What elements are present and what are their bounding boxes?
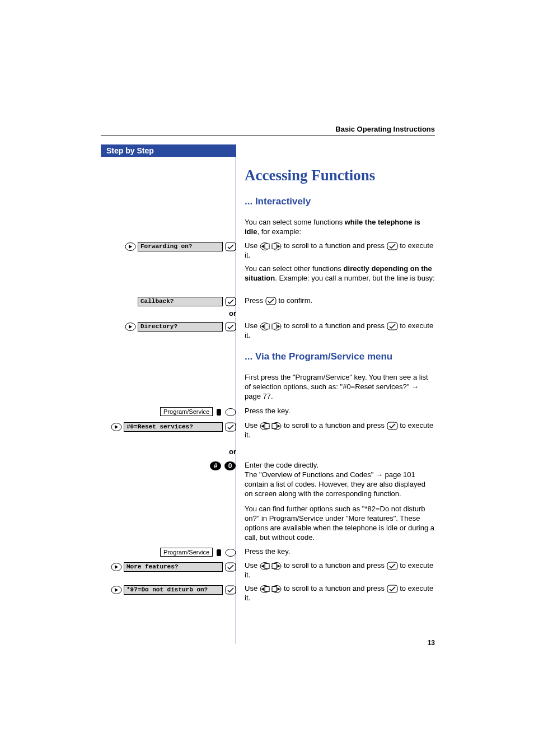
svg-rect-52 [226, 586, 236, 594]
svg-rect-10 [226, 297, 236, 306]
svg-rect-26 [226, 423, 236, 431]
svg-marker-17 [261, 325, 264, 328]
text: Use [245, 584, 260, 592]
instr-scroll-1: Use to scroll to a function and press to… [245, 241, 435, 260]
page-number: 13 [428, 639, 435, 647]
svg-marker-51 [115, 588, 118, 592]
display-more-features: More features? [124, 562, 223, 572]
left-arrow-key-icon [260, 323, 270, 330]
ok-key-icon [225, 585, 236, 595]
instr-press-confirm: Press to confirm. [245, 296, 435, 305]
text: The "Overview of Functions and Codes" [245, 470, 376, 479]
svg-rect-7 [272, 244, 277, 249]
top-rule [101, 136, 435, 136]
svg-marker-20 [278, 325, 280, 328]
svg-rect-38 [217, 549, 221, 556]
svg-rect-49 [387, 562, 397, 570]
display-dnd: *97=Do not disturb on? [124, 585, 223, 595]
scroll-indicator-icon [111, 563, 122, 571]
intro-situation: You can select other functions directly … [245, 264, 435, 283]
display-row-dnd: *97=Do not disturb on? [101, 585, 236, 595]
ok-key-icon [387, 242, 398, 250]
arrow-right-icon: → [411, 382, 419, 391]
arrow-right-icon: → [376, 470, 383, 479]
right-arrow-key-icon [271, 585, 282, 593]
text: First press the "Program/Service" key. Y… [245, 373, 428, 391]
subheading-interactively: ... Interactively [245, 196, 435, 207]
svg-rect-42 [226, 563, 236, 571]
svg-marker-32 [278, 424, 280, 428]
svg-rect-28 [265, 423, 269, 428]
running-header: Basic Operating Instructions [335, 125, 435, 133]
ok-key-icon [387, 322, 398, 330]
svg-marker-8 [278, 245, 280, 248]
svg-rect-16 [265, 324, 269, 329]
instr-press-key-1: Press the key. [245, 406, 435, 416]
or-label: or [229, 447, 236, 456]
svg-rect-4 [265, 244, 269, 249]
ok-key-icon [225, 562, 236, 572]
subheading-program-service: ... Via the Program/Service menu [245, 351, 435, 362]
key-button-icon [225, 407, 236, 417]
text: to scroll to a function and press [282, 561, 386, 570]
scroll-indicator-icon [125, 323, 136, 331]
ok-key-icon [387, 585, 398, 593]
svg-marker-48 [278, 564, 280, 568]
program-service-key-row-2: Program/Service [101, 547, 236, 557]
svg-rect-33 [387, 422, 397, 430]
svg-point-39 [226, 549, 236, 556]
text: Use [245, 321, 260, 330]
text: . Example: you call a number, but the li… [275, 274, 434, 282]
zero-key-icon: 0 [224, 461, 236, 471]
ok-key-icon [225, 241, 236, 251]
text: Use [245, 561, 260, 570]
text: Press [245, 296, 265, 305]
svg-marker-58 [278, 587, 280, 591]
text: to scroll to a function and press [282, 241, 386, 250]
svg-rect-9 [387, 242, 397, 250]
scroll-indicator-icon [111, 586, 122, 594]
page-title: Accessing Functions [245, 167, 435, 184]
instr-scroll-2: Use to scroll to a function and press to… [245, 321, 435, 340]
right-arrow-key-icon [271, 562, 282, 570]
display-reset: #0=Reset services? [124, 422, 223, 432]
display-row-forwarding: Forwarding on? [101, 241, 236, 251]
display-row-callback: Callback? [101, 296, 236, 306]
text: , for example: [257, 227, 301, 236]
svg-rect-22 [217, 409, 221, 416]
svg-rect-14 [226, 323, 236, 331]
svg-text:#: # [214, 462, 218, 470]
text: to scroll to a function and press [282, 321, 386, 330]
text: Use [245, 241, 260, 250]
text: to scroll to a function and press [282, 421, 386, 430]
svg-rect-11 [266, 297, 276, 305]
display-row-directory: Directory? [101, 321, 236, 332]
svg-rect-59 [387, 585, 397, 592]
dialpad-hash-zero: # 0 [101, 461, 236, 471]
right-arrow-key-icon [271, 422, 282, 430]
svg-marker-13 [129, 325, 132, 329]
ok-key-icon [265, 297, 277, 305]
program-service-key: Program/Service [160, 407, 213, 416]
ok-key-icon [225, 321, 236, 332]
instr-scroll-4: Use to scroll to a function and press to… [245, 561, 435, 580]
display-forwarding: Forwarding on? [138, 242, 223, 251]
program-service-key-row: Program/Service [101, 407, 236, 417]
svg-rect-54 [265, 586, 269, 591]
program-service-key: Program/Service [160, 548, 213, 557]
ok-key-icon [387, 562, 398, 570]
svg-rect-19 [272, 324, 277, 329]
instr-press-key-2: Press the key. [245, 547, 435, 556]
svg-marker-1 [129, 245, 132, 249]
ok-key-icon [225, 296, 236, 306]
step-by-step-banner: Step by Step [101, 144, 236, 157]
text: to confirm. [277, 296, 312, 305]
left-arrow-key-icon [260, 585, 270, 593]
instr-scroll-5: Use to scroll to a function and press to… [245, 584, 435, 603]
svg-rect-31 [272, 423, 277, 428]
text: Use [245, 421, 260, 430]
display-row-reset: #0=Reset services? [101, 422, 236, 432]
right-arrow-key-icon [271, 323, 282, 330]
svg-text:0: 0 [228, 462, 232, 470]
svg-marker-45 [261, 564, 264, 568]
